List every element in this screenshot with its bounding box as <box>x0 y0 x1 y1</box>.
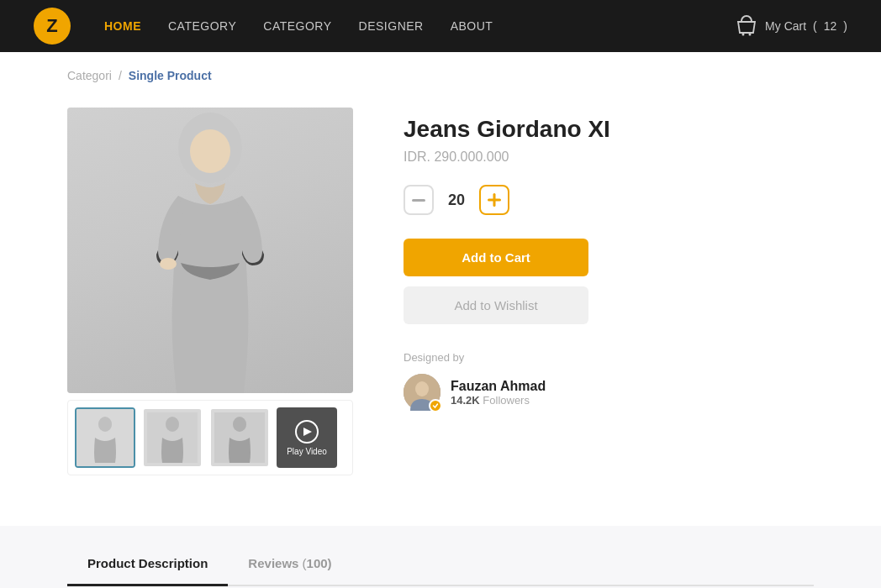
tab-reviews-count-end: ) <box>328 556 332 570</box>
cart-count: ( <box>813 19 817 33</box>
designer-followers: 14.2K Followers <box>451 394 546 407</box>
quantity-value: 20 <box>444 192 469 209</box>
svg-point-9 <box>98 417 112 432</box>
svg-point-18 <box>415 381 429 396</box>
svg-point-7 <box>160 258 177 270</box>
navbar-left: Z HOME CATEGORY CATEGORY DESIGNER ABOUT <box>34 8 493 45</box>
tab-reviews-label: Reviews <box>248 556 298 570</box>
quantity-decrease-button[interactable] <box>404 185 434 215</box>
play-triangle-icon <box>303 428 312 436</box>
play-circle-icon <box>295 420 319 444</box>
followers-count: 14.2K <box>451 394 480 407</box>
designer-avatar <box>404 374 440 411</box>
play-video-button[interactable]: Play Video <box>277 407 337 468</box>
product-section: Play Video Jeans Giordano XI IDR. 290.00… <box>0 99 881 509</box>
cart-count-value: 12 <box>824 19 837 33</box>
add-to-wishlist-button[interactable]: Add to Wishlist <box>404 286 588 324</box>
product-title: Jeans Giordano XI <box>404 116 814 143</box>
nav-link-category2[interactable]: CATEGORY <box>263 19 331 33</box>
cart-area[interactable]: My Cart (12) <box>735 14 847 38</box>
cart-label: My Cart <box>765 19 806 33</box>
plus-icon <box>488 193 501 207</box>
thumbnail-strip: Play Video <box>67 400 353 475</box>
minus-icon <box>412 199 425 202</box>
nav-item-about[interactable]: ABOUT <box>451 18 493 34</box>
tab-product-description[interactable]: Product Description <box>67 543 228 586</box>
thumb-bg-2 <box>144 409 201 466</box>
navbar: Z HOME CATEGORY CATEGORY DESIGNER ABOUT … <box>0 0 881 52</box>
product-image-figure <box>67 108 353 393</box>
svg-point-13 <box>233 417 246 432</box>
followers-label: Followers <box>483 394 530 407</box>
svg-point-11 <box>166 417 179 432</box>
thumbnail-1[interactable] <box>75 407 135 468</box>
tabs-row: Product Description Reviews (100) <box>67 526 814 586</box>
breadcrumb-current: Single Product <box>129 69 212 82</box>
nav-link-category1[interactable]: CATEGORY <box>168 19 236 33</box>
breadcrumb: Categori / Single Product <box>0 52 881 99</box>
image-area: Play Video <box>67 108 353 475</box>
nav-item-designer[interactable]: DESIGNER <box>359 18 424 34</box>
svg-point-3 <box>749 34 752 36</box>
thumb-bg-3 <box>211 409 268 466</box>
cart-count-close: ) <box>843 19 847 33</box>
designer-row: Fauzan Ahmad 14.2K Followers <box>404 374 814 411</box>
nav-links: HOME CATEGORY CATEGORY DESIGNER ABOUT <box>104 18 493 34</box>
thumb-figure-1 <box>80 412 130 463</box>
thumb-bg-1 <box>76 409 134 466</box>
tab-reviews[interactable]: Reviews (100) <box>228 543 351 586</box>
designer-name: Fauzan Ahmad <box>451 379 546 394</box>
nav-item-category1[interactable]: CATEGORY <box>168 18 236 34</box>
thumb-figure-3 <box>214 412 265 463</box>
designer-verified-badge <box>429 399 442 412</box>
nav-link-about[interactable]: ABOUT <box>451 19 493 33</box>
svg-rect-14 <box>412 199 425 202</box>
tab-reviews-count-val: 100 <box>307 556 328 570</box>
product-info: Jeans Giordano XI IDR. 290.000.000 20 Ad… <box>404 108 814 411</box>
svg-rect-16 <box>488 199 501 202</box>
product-figure-svg <box>126 108 294 393</box>
quantity-increase-button[interactable] <box>479 185 509 215</box>
nav-item-category2[interactable]: CATEGORY <box>263 18 331 34</box>
svg-text:Z: Z <box>46 15 57 36</box>
breadcrumb-parent[interactable]: Categori <box>67 69 112 82</box>
play-video-label: Play Video <box>287 447 327 456</box>
tab-product-description-label: Product Description <box>87 556 208 570</box>
main-product-image <box>67 108 353 393</box>
designed-by-label: Designed by <box>404 351 814 364</box>
svg-point-6 <box>190 129 230 173</box>
brand-logo[interactable]: Z <box>34 8 71 45</box>
bottom-tabs-area: Product Description Reviews (100) <box>0 526 881 588</box>
thumbnail-3[interactable] <box>209 407 270 468</box>
product-price: IDR. 290.000.000 <box>404 150 814 165</box>
cart-icon <box>735 14 758 38</box>
check-icon <box>432 402 439 409</box>
add-to-cart-button[interactable]: Add to Cart <box>404 239 588 276</box>
nav-link-designer[interactable]: DESIGNER <box>359 19 424 33</box>
nav-item-home[interactable]: HOME <box>104 18 141 34</box>
breadcrumb-separator: / <box>119 69 122 82</box>
designer-info: Fauzan Ahmad 14.2K Followers <box>451 379 546 407</box>
thumb-figure-2 <box>147 412 198 463</box>
quantity-row: 20 <box>404 185 814 215</box>
nav-link-home[interactable]: HOME <box>104 19 141 33</box>
svg-point-2 <box>742 34 745 36</box>
thumbnail-2[interactable] <box>142 407 203 468</box>
